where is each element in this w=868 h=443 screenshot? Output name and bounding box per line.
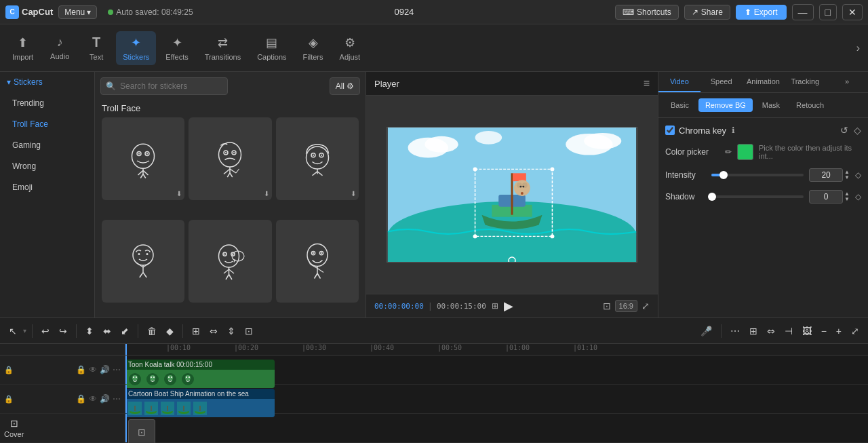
delete-button[interactable]: 🗑 (144, 324, 160, 339)
tab-video[interactable]: Video (658, 72, 701, 92)
sidebar-item-gaming[interactable]: Gaming (3, 135, 92, 155)
subtab-mask[interactable]: Mask (755, 98, 787, 112)
time-format-icon[interactable]: ⊞ (492, 301, 498, 311)
toolbar-adjust[interactable]: ⚙ Adjust (333, 31, 368, 65)
subtab-retouch[interactable]: Retouch (789, 98, 831, 112)
toolbar-audio[interactable]: ♪ Audio (43, 31, 77, 64)
chroma-diamond-button[interactable]: ◇ (854, 125, 861, 136)
sidebar-item-emoji[interactable]: Emoji (3, 177, 92, 197)
sticker-item[interactable]: ⬇ (102, 117, 184, 200)
sticker-item[interactable]: ⬇ (189, 117, 271, 200)
tab-more[interactable]: » (826, 72, 868, 92)
undo-button[interactable]: ↩ (38, 324, 53, 339)
subtab-remove-bg[interactable]: Remove BG (698, 98, 753, 112)
minimize-button[interactable]: — (792, 4, 814, 20)
download-icon: ⬇ (264, 190, 269, 197)
split-d-button[interactable]: ⬋ (117, 324, 132, 339)
chroma-key-info-icon[interactable]: ℹ (732, 126, 735, 135)
redo-button[interactable]: ↪ (56, 324, 71, 339)
color-swatch[interactable] (737, 144, 753, 160)
track-lock-button[interactable]: 🔒 (4, 395, 14, 404)
sidebar-item-troll-face[interactable]: Troll Face (3, 114, 92, 134)
svg-line-27 (312, 172, 317, 176)
intensity-down-button[interactable]: ▼ (844, 175, 850, 180)
sticker-item[interactable] (276, 220, 359, 303)
share-button[interactable]: ↗ Share (684, 5, 730, 20)
sticker-item[interactable]: ⬇ (276, 117, 359, 200)
crop-button[interactable]: ⊡ (241, 324, 256, 339)
shadow-value-input[interactable] (809, 190, 843, 204)
split-v-button[interactable]: ⬍ (82, 324, 97, 339)
intensity-value-input[interactable] (809, 168, 843, 182)
cover-thumbnail[interactable]: ⊡ (128, 419, 155, 443)
export-button[interactable]: ⬆ Export (736, 5, 787, 20)
shadow-label: Shadow (665, 192, 706, 201)
track-audio-button[interactable]: 🔊 (100, 394, 110, 404)
select-tool-button[interactable]: ↖ (5, 324, 20, 339)
track-more-button[interactable]: ⋯ (113, 365, 121, 374)
maximize-button[interactable]: □ (819, 4, 837, 20)
separator (182, 324, 183, 338)
shadow-slider[interactable] (711, 195, 804, 198)
subtab-basic[interactable]: Basic (664, 98, 696, 112)
mic-button[interactable]: 🎤 (697, 324, 715, 339)
tab-animation[interactable]: Animation (743, 72, 785, 92)
toolbar-expand-button[interactable]: › (854, 39, 863, 57)
link2-button[interactable]: ⇔ (764, 324, 778, 339)
link1-button[interactable]: ⋯ (727, 324, 743, 339)
play-button[interactable]: ▶ (504, 298, 513, 313)
expand-timeline-button[interactable]: ⤢ (848, 324, 863, 339)
align-button[interactable]: ⊣ (781, 324, 796, 339)
chroma-key-checkbox[interactable] (665, 126, 675, 135)
plus-zoom-button[interactable]: + (833, 324, 845, 339)
close-button[interactable]: ✕ (842, 4, 863, 20)
grid-button[interactable]: ⊞ (746, 324, 761, 339)
menu-button[interactable]: Menu ▾ (58, 5, 97, 19)
shortcuts-button[interactable]: ⌨ Shortcuts (615, 5, 679, 20)
eyedropper-icon[interactable]: ✏ (725, 147, 732, 157)
toolbar-captions[interactable]: ▤ Captions (250, 31, 293, 65)
keyframe-button[interactable]: ◆ (163, 324, 177, 339)
track-visibility-button[interactable]: 👁 (89, 394, 97, 404)
split-h-button[interactable]: ⬌ (100, 324, 115, 339)
svg-point-89 (150, 375, 155, 381)
shadow-down-button[interactable]: ▼ (844, 197, 850, 202)
player-menu-button[interactable]: ≡ (644, 77, 650, 90)
toolbar-stickers[interactable]: ✦ Stickers (116, 31, 156, 65)
toolbar-import[interactable]: ⬆ Import (5, 31, 40, 65)
track-visibility-button[interactable]: 👁 (89, 365, 97, 374)
sticker-item[interactable] (189, 220, 271, 303)
flip-v-button[interactable]: ⇕ (224, 324, 239, 339)
toolbar-text[interactable]: T Text (79, 31, 113, 65)
track-audio-button[interactable]: 🔊 (100, 365, 110, 374)
shadow-reset-button[interactable]: ◇ (855, 192, 861, 201)
audio-split-button[interactable]: ⊞ (189, 324, 203, 339)
minus-zoom-button[interactable]: − (818, 324, 830, 339)
captions-icon: ▤ (266, 35, 277, 50)
clip[interactable]: Cartoon Boat Ship Animation on the sea (125, 389, 275, 417)
timeline-toolbar: ↖ ▾ ↩ ↪ ⬍ ⬌ ⬋ 🗑 ◆ ⊞ ⇔ ⇕ ⊡ 🎤 ⋯ ⊞ ⇔ ⊣ 🖼 − … (0, 318, 868, 344)
fullscreen-alt-button[interactable]: ⊡ (603, 301, 611, 311)
search-input[interactable] (100, 77, 228, 95)
sticker-item[interactable] (102, 220, 184, 303)
all-filter-button[interactable]: All ⚙ (330, 77, 360, 95)
clip[interactable]: Toon Koala talk 00:00:15:00 (125, 360, 275, 388)
sidebar-item-wrong[interactable]: Wrong (3, 156, 92, 176)
chroma-reset-button[interactable]: ↺ (840, 125, 848, 136)
tab-tracking[interactable]: Tracking (784, 72, 826, 92)
intensity-slider[interactable] (711, 174, 804, 176)
track-more-button[interactable]: ⋯ (113, 394, 121, 404)
toolbar-transitions[interactable]: ⇄ Transitions (198, 31, 248, 65)
toolbar-filters[interactable]: ◈ Filters (296, 31, 330, 65)
fullscreen-button[interactable]: ⤢ (642, 301, 650, 311)
track-lock-button[interactable]: 🔒 (4, 366, 14, 374)
pic-button[interactable]: 🖼 (799, 324, 815, 339)
sidebar-item-trending[interactable]: Trending (3, 93, 92, 113)
select-dropdown-icon[interactable]: ▾ (23, 327, 26, 334)
intensity-reset-button[interactable]: ◇ (855, 170, 861, 180)
toolbar-effects[interactable]: ✦ Effects (159, 31, 195, 65)
flip-h-button[interactable]: ⇔ (206, 324, 221, 339)
tab-speed[interactable]: Speed (701, 72, 743, 92)
track-lock2-button[interactable]: 🔒 (76, 365, 86, 374)
track-lock2-button[interactable]: 🔒 (76, 394, 86, 404)
